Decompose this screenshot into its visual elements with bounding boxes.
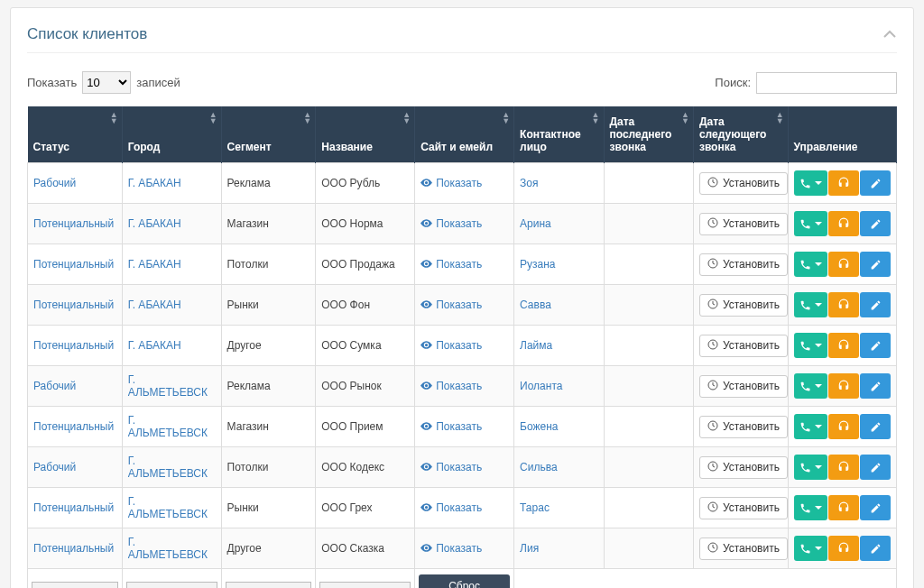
contact-link[interactable]: Арина [520,217,551,230]
set-date-button[interactable]: Установить [699,213,788,235]
filter-name[interactable] [319,582,411,588]
set-date-button[interactable]: Установить [699,416,788,438]
edit-button[interactable] [860,252,891,277]
set-date-button[interactable]: Установить [699,537,788,560]
status-link[interactable]: Потенциальный [33,339,114,352]
show-contact-button[interactable]: Показать [420,258,482,271]
call-button[interactable] [794,414,828,439]
filter-status[interactable] [32,582,118,588]
headset-button[interactable] [828,414,859,439]
edit-button[interactable] [860,536,891,561]
status-link[interactable]: Рабочий [33,177,76,189]
contact-link[interactable]: Лия [520,542,539,555]
headset-button[interactable] [828,373,859,399]
contact-link[interactable]: Савва [520,299,551,311]
headset-button[interactable] [828,211,859,236]
call-button[interactable] [794,495,828,520]
status-link[interactable]: Потенциальный [33,258,114,271]
contact-link[interactable]: Иоланта [520,380,562,392]
status-link[interactable]: Рабочий [33,461,76,473]
set-date-button[interactable]: Установить [699,497,788,519]
call-button[interactable] [794,373,828,399]
city-link[interactable]: Г. АЛЬМЕТЬЕВСК [128,536,208,561]
city-link[interactable]: Г. АБАКАН [128,177,181,189]
city-link[interactable]: Г. АЛЬМЕТЬЕВСК [128,373,208,399]
edit-button[interactable] [860,414,891,439]
th-status[interactable]: Статус▲▼ [28,106,123,163]
headset-button[interactable] [828,292,859,317]
city-link[interactable]: Г. АБАКАН [128,258,181,271]
show-contact-button[interactable]: Показать [420,420,482,433]
city-link[interactable]: Г. АБАКАН [128,217,181,230]
show-contact-button[interactable]: Показать [420,217,482,230]
search-input[interactable] [756,72,897,94]
set-date-button[interactable]: Установить [699,456,788,479]
headset-button[interactable] [828,333,859,358]
headset-button[interactable] [828,170,859,196]
edit-button[interactable] [860,170,891,196]
show-contact-button[interactable]: Показать [420,339,482,352]
th-last-call[interactable]: Дата последнего звонка▲▼ [604,106,693,163]
table-row: ПотенциальныйГ. АБАКАНМагазинООО НормаПо… [28,204,897,244]
collapse-icon[interactable] [882,24,897,43]
status-link[interactable]: Рабочий [33,380,76,392]
contact-link[interactable]: Тарас [520,501,550,514]
reset-filter-button[interactable]: Сброс фильтра [419,574,510,588]
city-link[interactable]: Г. АЛЬМЕТЬЕВСК [128,414,208,439]
last-call-cell [604,528,693,569]
contact-link[interactable]: Зоя [520,177,538,189]
call-button[interactable] [794,536,828,561]
call-button[interactable] [794,170,828,196]
panel-header: Список клиентов [27,24,897,53]
contact-link[interactable]: Божена [520,420,558,433]
status-link[interactable]: Потенциальный [33,299,114,311]
caret-down-icon [815,425,822,428]
call-button[interactable] [794,252,828,277]
contact-link[interactable]: Сильва [520,461,558,473]
city-link[interactable]: Г. АБАКАН [128,299,181,311]
filter-segment[interactable] [226,582,312,588]
edit-button[interactable] [860,495,891,520]
headset-button[interactable] [828,495,859,520]
set-date-button[interactable]: Установить [699,335,788,357]
page-size-select[interactable]: 10 [82,71,131,94]
th-site[interactable]: Сайт и емейл▲▼ [415,106,514,163]
show-contact-button[interactable]: Показать [420,299,482,311]
status-link[interactable]: Потенциальный [33,420,114,433]
city-link[interactable]: Г. АЛЬМЕТЬЕВСК [128,495,208,520]
set-date-button[interactable]: Установить [699,253,788,276]
set-date-button[interactable]: Установить [699,375,788,398]
call-button[interactable] [794,211,828,236]
call-button[interactable] [794,333,828,358]
th-city[interactable]: Город▲▼ [122,106,221,163]
call-button[interactable] [794,455,828,480]
city-link[interactable]: Г. АЛЬМЕТЬЕВСК [128,455,208,480]
status-link[interactable]: Потенциальный [33,542,114,555]
status-link[interactable]: Потенциальный [33,501,114,514]
contact-link[interactable]: Лайма [520,339,552,352]
th-next-call[interactable]: Дата следующего звонка▲▼ [693,106,788,163]
th-contact[interactable]: Контактное лицо▲▼ [514,106,604,163]
edit-button[interactable] [860,292,891,317]
headset-button[interactable] [828,252,859,277]
show-contact-button[interactable]: Показать [420,461,482,473]
set-date-button[interactable]: Установить [699,172,788,195]
set-date-button[interactable]: Установить [699,294,788,317]
city-link[interactable]: Г. АБАКАН [128,339,181,352]
th-segment[interactable]: Сегмент▲▼ [221,106,316,163]
filter-city[interactable] [126,582,217,588]
edit-button[interactable] [860,211,891,236]
headset-button[interactable] [828,455,859,480]
th-name[interactable]: Название▲▼ [316,106,415,163]
show-contact-button[interactable]: Показать [420,542,482,555]
headset-button[interactable] [828,536,859,561]
show-contact-button[interactable]: Показать [420,177,482,189]
show-contact-button[interactable]: Показать [420,501,482,514]
call-button[interactable] [794,292,828,317]
show-contact-button[interactable]: Показать [420,380,482,392]
status-link[interactable]: Потенциальный [33,217,114,230]
contact-link[interactable]: Рузана [520,258,555,271]
edit-button[interactable] [860,455,891,480]
edit-button[interactable] [860,373,891,399]
edit-button[interactable] [860,333,891,358]
